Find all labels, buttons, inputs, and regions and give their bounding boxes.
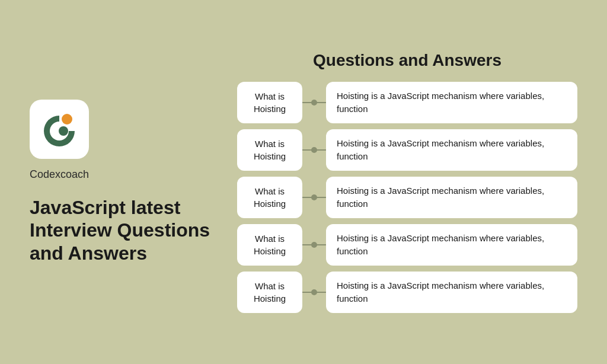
logo-icon [39, 108, 80, 150]
answer-card: Hoisting is a JavaScript mechanism where… [326, 272, 577, 313]
right-panel: Questions and Answers What is Hoisting H… [237, 51, 577, 313]
connector [302, 244, 326, 245]
answer-card: Hoisting is a JavaScript mechanism where… [326, 129, 577, 171]
logo-box [30, 100, 89, 159]
connector [302, 197, 326, 198]
left-panel: Codexcoach JavaScript latest Interview Q… [30, 100, 213, 264]
qa-row: What is Hoisting Hoisting is a JavaScrip… [237, 272, 577, 313]
qa-row: What is Hoisting Hoisting is a JavaScrip… [237, 129, 577, 171]
question-card[interactable]: What is Hoisting [237, 129, 302, 171]
qa-row: What is Hoisting Hoisting is a JavaScrip… [237, 177, 577, 218]
qa-list: What is Hoisting Hoisting is a JavaScrip… [237, 82, 577, 313]
answer-card: Hoisting is a JavaScript mechanism where… [326, 224, 577, 266]
question-card[interactable]: What is Hoisting [237, 177, 302, 218]
answer-card: Hoisting is a JavaScript mechanism where… [326, 82, 577, 123]
section-title: Questions and Answers [313, 51, 501, 70]
main-title: JavaScript latest Interview Questions an… [30, 196, 213, 264]
question-card[interactable]: What is Hoisting [237, 224, 302, 266]
answer-card: Hoisting is a JavaScript mechanism where… [326, 177, 577, 218]
qa-row: What is Hoisting Hoisting is a JavaScrip… [237, 82, 577, 123]
connector [302, 102, 326, 103]
question-card[interactable]: What is Hoisting [237, 272, 302, 313]
connector [302, 149, 326, 151]
question-card[interactable]: What is Hoisting [237, 82, 302, 123]
main-container: Codexcoach JavaScript latest Interview Q… [0, 0, 607, 364]
brand-name: Codexcoach [30, 168, 89, 181]
connector [302, 292, 326, 293]
qa-row: What is Hoisting Hoisting is a JavaScrip… [237, 224, 577, 266]
svg-point-3 [59, 126, 68, 136]
svg-point-4 [62, 114, 72, 124]
